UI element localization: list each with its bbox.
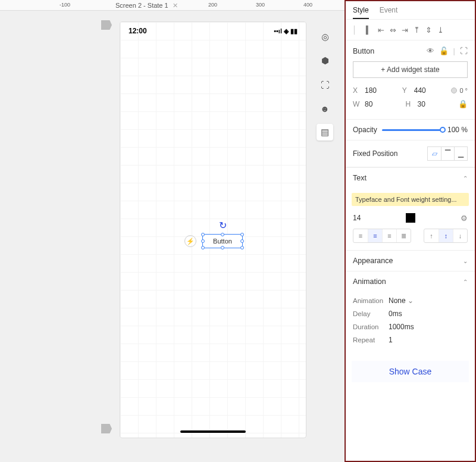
visibility-icon[interactable]: 👁 <box>427 46 434 55</box>
button-widget[interactable]: Button <box>202 234 243 248</box>
align-hcenter-icon[interactable]: ⇔ <box>387 24 398 35</box>
signal-icon: ••ıl <box>274 27 282 35</box>
h-label: H <box>406 100 414 108</box>
flag-marker[interactable] <box>101 20 112 30</box>
anim-select[interactable]: None ⌄ <box>389 296 414 305</box>
resize-handle[interactable] <box>240 233 244 236</box>
appearance-section-header[interactable]: Appearance ⌄ <box>346 250 475 271</box>
tab-event[interactable]: Event <box>380 6 398 19</box>
chevron-down-icon: ⌄ <box>408 296 414 305</box>
home-indicator <box>180 430 246 433</box>
align-vcenter-icon[interactable]: ⇕ <box>423 24 434 35</box>
properties-panel: Style Event ▏ ▍ ⇤ ⇔ ⇥ ⤒ ⇕ ⤓ Button 👁 🔓 |… <box>345 0 476 462</box>
angle-dial-icon[interactable] <box>451 88 457 93</box>
opacity-value[interactable]: 100 % <box>447 126 468 134</box>
smile-icon[interactable]: ☻ <box>317 100 333 117</box>
fixed-label: Fixed Position <box>353 149 397 158</box>
chevron-up-icon: ⌃ <box>463 279 468 285</box>
text-align-center-icon[interactable]: ≡ <box>368 229 382 242</box>
w-input[interactable]: 80 <box>365 100 384 108</box>
h-input[interactable]: 30 <box>418 100 437 108</box>
resize-handle[interactable] <box>240 246 244 249</box>
wifi-icon: ◈ <box>284 27 289 35</box>
scan-icon[interactable]: ⛶ <box>317 76 333 93</box>
add-widget-state-button[interactable]: + Add widget state <box>353 61 468 78</box>
opacity-row: Opacity 100 % <box>346 120 475 141</box>
geometry-section: X180 Y440 0 ° W80 H30 🔒 <box>346 84 475 120</box>
gear-icon[interactable]: ⚙ <box>461 214 468 223</box>
slider-thumb[interactable] <box>440 127 446 133</box>
resize-handle[interactable] <box>201 239 205 243</box>
text-valign-middle-icon[interactable]: ↕ <box>439 229 453 242</box>
opacity-label: Opacity <box>353 126 377 134</box>
duration-label: Duration <box>353 323 389 330</box>
appearance-heading: Appearance <box>353 257 393 265</box>
animation-section-header[interactable]: Animation ⌃ <box>346 271 475 292</box>
text-color-swatch[interactable] <box>406 213 415 223</box>
animation-heading: Animation <box>353 277 386 286</box>
text-align-right-icon[interactable]: ≡ <box>382 229 396 242</box>
target-icon[interactable]: ◎ <box>317 29 333 45</box>
text-align-justify-icon[interactable]: ≣ <box>396 229 411 242</box>
tab-style[interactable]: Style <box>353 6 369 19</box>
layout-icon[interactable]: ▤ <box>317 124 333 141</box>
align-left2-icon[interactable]: ⇤ <box>375 24 386 35</box>
typeface-warning[interactable]: Typeface and Font weight setting... <box>352 193 469 206</box>
side-toolbar: ◎ ⬢ ⛶ ☻ ▤ <box>315 29 334 141</box>
rotate-icon[interactable]: ↻ <box>219 220 227 231</box>
selection-header: Button 👁 🔓 | ⛶ <box>346 40 475 61</box>
chevron-down-icon: ⌄ <box>463 258 468 264</box>
repeat-input[interactable]: 1 <box>389 336 393 344</box>
cube-icon[interactable]: ⬢ <box>317 52 333 69</box>
align-toolbar: ▏ ▍ ⇤ ⇔ ⇥ ⤒ ⇕ ⤓ <box>346 20 475 40</box>
y-input[interactable]: 440 <box>414 86 433 95</box>
rotation-input[interactable]: 0 ° <box>451 87 468 94</box>
aspect-lock-icon[interactable]: 🔒 <box>458 99 468 108</box>
phone-frame[interactable]: 12:00 ••ıl ◈ ▮▮ ↻ ⚡ Button <box>120 21 306 438</box>
font-size-input[interactable]: 14 <box>353 214 361 222</box>
lock-icon[interactable]: 🔓 <box>439 46 449 55</box>
fixed-none-icon[interactable]: ▱ <box>428 147 441 160</box>
showcase-button[interactable]: Show Case <box>352 361 469 382</box>
align-right-icon[interactable]: ⇥ <box>399 24 410 35</box>
resize-handle[interactable] <box>240 239 244 243</box>
status-bar: 12:00 ••ıl ◈ ▮▮ <box>120 22 306 40</box>
delay-label: Delay <box>353 310 389 317</box>
selected-widget[interactable]: ↻ ⚡ Button <box>202 234 243 248</box>
x-input[interactable]: 180 <box>365 86 384 95</box>
close-icon[interactable]: ✕ <box>173 2 178 9</box>
delay-input[interactable]: 0ms <box>389 310 402 318</box>
x-label: X <box>353 86 361 95</box>
canvas-area[interactable]: -100 0 100 200 300 400 Screen 2 - State … <box>0 0 345 462</box>
screen-name: Screen 2 - State 1 <box>115 2 168 9</box>
panel-tabs: Style Event <box>346 1 475 20</box>
duration-input[interactable]: 1000ms <box>389 323 414 331</box>
align-top-icon[interactable]: ⤒ <box>411 24 422 35</box>
text-valign-top-icon[interactable]: ↑ <box>424 229 439 242</box>
resize-handle[interactable] <box>221 246 224 249</box>
text-align-left-icon[interactable]: ≡ <box>353 229 368 242</box>
flash-icon[interactable]: ⚡ <box>184 235 196 247</box>
battery-icon: ▮▮ <box>290 27 298 35</box>
resize-handle[interactable] <box>201 246 205 249</box>
ruler-tick: 300 <box>256 2 265 8</box>
text-valign-bottom-icon[interactable]: ↓ <box>453 229 467 242</box>
opacity-slider[interactable] <box>382 129 443 131</box>
screen-label[interactable]: Screen 2 - State 1 ✕ <box>114 2 179 10</box>
fixed-top-icon[interactable]: ▔ <box>441 147 454 160</box>
ruler-tick: 400 <box>303 2 312 8</box>
fixed-position-row: Fixed Position ▱ ▔ ▁ <box>346 141 475 167</box>
widget-label: Button <box>213 238 232 245</box>
align-left-icon[interactable]: ▏ <box>352 24 362 35</box>
w-label: W <box>353 100 361 108</box>
expand-icon[interactable]: ⛶ <box>460 46 468 55</box>
resize-handle[interactable] <box>201 233 205 236</box>
align-bottom-icon[interactable]: ⤓ <box>435 24 446 35</box>
align-center-icon[interactable]: ▍ <box>364 24 374 35</box>
text-section-header[interactable]: Text ⌃ <box>346 167 475 188</box>
fixed-bottom-icon[interactable]: ▁ <box>454 147 467 160</box>
flag-marker[interactable] <box>101 424 112 433</box>
text-heading: Text <box>353 174 367 182</box>
selection-name: Button <box>353 47 374 55</box>
resize-handle[interactable] <box>221 233 224 236</box>
